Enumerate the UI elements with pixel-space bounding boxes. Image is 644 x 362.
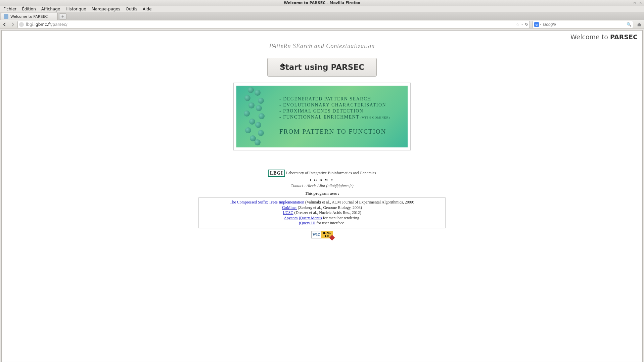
banner-frame: - DEGENERATED PATTERN SEARCH - EVOLUTION…: [233, 83, 411, 150]
start-using-parsec-button[interactable]: Start using PARSEC: [267, 58, 377, 77]
credit-1: The Compressed Suffix Trees Implementati…: [201, 200, 443, 205]
search-input[interactable]: [543, 22, 627, 27]
url-text: lbgi.igbmc.fr/parsec/: [26, 22, 516, 27]
minimize-icon[interactable]: −: [627, 1, 631, 5]
forward-button[interactable]: [9, 21, 16, 28]
html401-badge: HTML4.01: [321, 231, 333, 238]
banner-feature-1: - DEGENERATED PATTERN SEARCH: [279, 96, 390, 102]
search-icon[interactable]: 🔍: [627, 22, 632, 27]
credit-3: UCSC (Dreszer et al., Nucleic Acids Res.…: [201, 210, 443, 216]
tabbar: Welcome to PARSEC +: [0, 12, 644, 20]
page-content: Welcome to PARSEC PAtteRn SEarch and Con…: [1, 30, 643, 362]
search-engine-dropdown-icon[interactable]: ▾: [540, 23, 541, 26]
menu-marque-pages[interactable]: Marque-pages: [89, 6, 123, 12]
menu-affichage[interactable]: Affichage: [39, 6, 63, 12]
banner-feature-4: - FUNCTIONNAL ENRICHMENT (WITH GOMINER): [279, 115, 390, 120]
back-button[interactable]: [1, 21, 8, 28]
reload-icon[interactable]: ↻: [525, 22, 528, 27]
credit-link-ucsc[interactable]: UCSC: [283, 210, 293, 215]
dna-illustration: [241, 86, 275, 147]
w3c-logo: W3C: [311, 231, 321, 238]
search-bar[interactable]: g ▾ 🔍: [533, 21, 633, 28]
home-icon: [637, 22, 642, 27]
page-title: Welcome to PARSEC: [4, 33, 640, 41]
banner-feature-3: - PROXIMAL GENES DETECTION: [279, 108, 390, 114]
arrow-left-icon: [3, 22, 7, 27]
footer: LBGI Laboratory of Integrative Bioinform…: [4, 170, 640, 238]
credit-2: GoMiner (Zeeberg et al., Genome Biology,…: [201, 205, 443, 211]
credits-box: The Compressed Suffix Trees Implementati…: [198, 197, 446, 228]
page-subtitle: PAtteRn SEarch and Contextualization: [4, 43, 640, 50]
bookmark-star-icon[interactable]: ☆: [516, 22, 519, 27]
window-title: Welcome to PARSEC - Mozilla Firefox: [284, 1, 360, 5]
contact-info: Contact : Alexis Allot (allot@igbmc.fr): [4, 183, 640, 188]
window-controls: − ▫ ×: [627, 1, 643, 5]
credit-4: Apycom jQuery Menus for menubar renderin…: [201, 216, 443, 221]
maximize-icon[interactable]: ▫: [633, 1, 637, 5]
dropdown-icon[interactable]: ▾: [521, 23, 523, 26]
menu-aide[interactable]: Aide: [140, 6, 154, 12]
url-bar[interactable]: lbgi.igbmc.fr/parsec/ ☆ ▾ ↻: [17, 21, 530, 28]
lbgi-logo: LBGI: [268, 170, 285, 177]
url-actions: ☆ ▾ ↻: [516, 22, 528, 27]
credit-link-apycom[interactable]: Apycom jQuery Menus: [284, 216, 322, 220]
w3c-html-badge[interactable]: W3CHTML4.01: [311, 231, 333, 238]
banner-feature-2: - EVOLUTIONNARY CHARACTERISATION: [279, 102, 390, 108]
google-icon[interactable]: g: [534, 22, 539, 27]
menu-historique[interactable]: Historique: [63, 6, 89, 12]
lab-name: Laboratory of Integrative Bioinformatics…: [286, 171, 376, 175]
banner-text: - DEGENERATED PATTERN SEARCH - EVOLUTION…: [279, 96, 390, 135]
credit-5: jQuery UI for user interface.: [201, 221, 443, 226]
new-tab-button[interactable]: +: [59, 13, 66, 19]
menu-fichier[interactable]: Fichier: [1, 6, 19, 12]
tab-title: Welcome to PARSEC: [10, 14, 48, 19]
divider: [196, 166, 448, 166]
close-icon[interactable]: ×: [639, 1, 643, 5]
credit-link-suffix-trees[interactable]: The Compressed Suffix Trees Implementati…: [230, 200, 304, 205]
banner: - DEGENERATED PATTERN SEARCH - EVOLUTION…: [236, 86, 408, 147]
home-button[interactable]: [636, 21, 643, 28]
site-identity-icon[interactable]: [19, 22, 24, 27]
credit-link-jqueryui[interactable]: jQuery UI: [299, 221, 316, 225]
menu-edition[interactable]: Édition: [19, 6, 39, 12]
arrow-right-icon: [11, 22, 15, 27]
credit-link-gominer[interactable]: GoMiner: [282, 205, 297, 210]
menu-outils[interactable]: Outils: [123, 6, 140, 12]
window-titlebar: Welcome to PARSEC - Mozilla Firefox − ▫ …: [0, 0, 644, 6]
menubar: Fichier Édition Affichage Historique Mar…: [0, 6, 644, 12]
uses-label: This program uses :: [4, 191, 640, 196]
checkmark-icon: [329, 235, 335, 240]
tab-parsec[interactable]: Welcome to PARSEC: [1, 13, 58, 20]
banner-tagline: FROM PATTERN TO FUNCTION: [279, 128, 390, 135]
igbmc-label: I G B M C: [4, 178, 640, 182]
navigation-toolbar: lbgi.igbmc.fr/parsec/ ☆ ▾ ↻ g ▾ 🔍: [0, 20, 644, 29]
